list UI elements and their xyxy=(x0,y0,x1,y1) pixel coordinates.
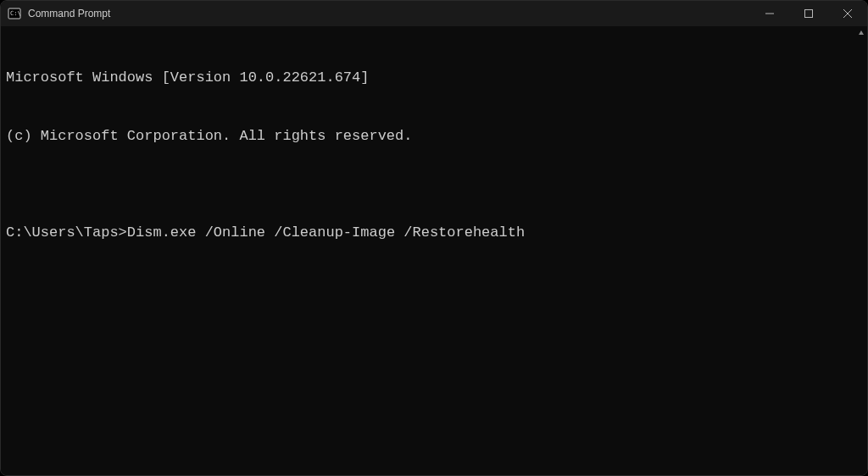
svg-text:C:\: C:\ xyxy=(10,10,21,17)
titlebar[interactable]: C:\ Command Prompt xyxy=(1,1,867,26)
copyright-line: (c) Microsoft Corporation. All rights re… xyxy=(6,127,862,147)
command-input[interactable]: Dism.exe /Online /Cleanup-Image /Restore… xyxy=(127,224,525,241)
window-title: Command Prompt xyxy=(28,8,110,19)
window-controls xyxy=(750,1,867,26)
maximize-button[interactable] xyxy=(789,1,828,26)
minimize-button[interactable] xyxy=(750,1,789,26)
svg-rect-3 xyxy=(805,10,813,18)
command-prompt-window: C:\ Command Prompt Microsoft Windows [Ve… xyxy=(0,0,868,476)
svg-marker-6 xyxy=(859,30,864,35)
prompt-text: C:\Users\Taps> xyxy=(6,224,127,241)
terminal-area[interactable]: Microsoft Windows [Version 10.0.22621.67… xyxy=(1,26,867,475)
scrollbar[interactable] xyxy=(856,27,866,469)
prompt-line: C:\Users\Taps>Dism.exe /Online /Cleanup-… xyxy=(6,224,862,243)
close-button[interactable] xyxy=(828,1,867,26)
version-line: Microsoft Windows [Version 10.0.22621.67… xyxy=(6,69,862,88)
scroll-up-icon[interactable] xyxy=(856,27,866,39)
cmd-icon: C:\ xyxy=(8,7,21,20)
